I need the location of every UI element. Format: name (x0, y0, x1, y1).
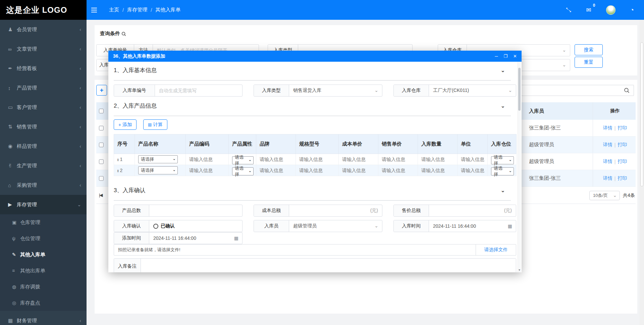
sidebar-item-bin[interactable]: ψ仓位管理 (0, 230, 87, 247)
sidebar-item-stocktake[interactable]: ◎库存盘点 (0, 295, 87, 311)
chevron-left-icon: ‹ (79, 124, 81, 129)
product-name-select[interactable]: 请选择⌄ (138, 166, 178, 174)
brand-input[interactable] (260, 168, 294, 173)
sidebar-item-inventory[interactable]: ▶库存管理⌄ (0, 195, 87, 214)
row-checkbox[interactable] (99, 159, 104, 164)
row-checkbox[interactable] (99, 176, 104, 181)
choose-file-button[interactable]: 请选择文件 (476, 245, 516, 255)
minimize-icon[interactable]: ─ (495, 54, 498, 58)
product-attr-select[interactable]: 请选择⌄ (232, 156, 254, 164)
dashboard-gauge-icon[interactable]: ◔ (630, 6, 634, 14)
quantity-input[interactable] (421, 157, 455, 162)
cost-total-input[interactable] (293, 208, 373, 213)
modal-scrollbar-thumb[interactable] (518, 68, 521, 111)
sidebar-item-dashboard[interactable]: ✒经营看板‹ (0, 59, 87, 78)
modal-header[interactable]: 36、其他入库单数据添加 ─ ❐ ✕ (108, 51, 522, 62)
remark-textarea[interactable] (141, 259, 516, 272)
inbound-time-group: 入库时间 2024-11-11 16:44:00 ▦ (393, 220, 516, 232)
upload-row: 拍照记录准备就绪，请选择文件! 请选择文件 (114, 244, 516, 256)
sidebar-item-purchasing[interactable]: ⌂采购管理‹ (0, 175, 87, 195)
product-code-input[interactable] (189, 157, 226, 162)
detail-link[interactable]: 详情 (603, 142, 612, 148)
unit-input[interactable] (461, 157, 485, 162)
inbound-time-input[interactable]: 2024-11-11 16:44:00 ▦ (429, 220, 516, 232)
sale-total-label: 售价总额 (394, 205, 429, 216)
sidebar-toggle-icon[interactable] (91, 10, 97, 10)
sidebar-item-products[interactable]: ↕产品管理‹ (0, 78, 87, 98)
chevron-down-icon: ⌄ (508, 88, 512, 93)
order-no-group: 入库单编号 (114, 85, 243, 97)
messages-button[interactable]: ✉ 0 (586, 6, 591, 14)
sidebar-item-other-inbound[interactable]: ✎其他入库单 (0, 247, 87, 263)
product-total-input[interactable] (153, 208, 233, 213)
detail-link[interactable]: 详情 (603, 175, 612, 181)
add-record-button[interactable]: + (96, 85, 107, 96)
inbound-warehouse-select[interactable]: 工厂大厅(CK011) ⌄ (429, 85, 516, 96)
unit-input[interactable] (461, 168, 485, 173)
print-link[interactable]: 打印 (618, 159, 627, 165)
select-all-checkbox[interactable] (99, 109, 104, 113)
sidebar-item-customers[interactable]: ▭客户管理‹ (0, 98, 87, 117)
reset-button[interactable]: 重置 (575, 57, 603, 68)
sidebar-item-transfer[interactable]: ◍库存调拨 (0, 279, 87, 295)
cost-price-input[interactable] (342, 168, 376, 173)
confirm-status-toggle[interactable]: 已确认 (149, 220, 242, 232)
collapse-chevron-icon[interactable]: ⌄ (501, 67, 505, 73)
detail-link[interactable]: 详情 (603, 125, 612, 131)
row-checkbox[interactable] (99, 126, 104, 130)
product-row: ▴▾2 请选择⌄ 请选择⌄ 请选择⌄ (114, 165, 517, 176)
product-total-label: 产品总数 (114, 205, 149, 216)
spec-input[interactable] (299, 168, 336, 173)
breadcrumb-section[interactable]: 库存管理 (127, 7, 147, 13)
sale-price-input[interactable] (382, 168, 416, 173)
sidebar-item-sales[interactable]: ⇅销售管理‹ (0, 117, 87, 137)
order-no-input[interactable] (159, 88, 233, 93)
collapse-chevron-icon[interactable]: ⌄ (501, 103, 505, 109)
product-code-input[interactable] (189, 168, 226, 173)
breadcrumb-home[interactable]: 主页 (109, 7, 119, 13)
inbound-type-select[interactable]: 销售退货入库 ⌄ (289, 85, 382, 96)
sidebar-item-members[interactable]: ♟会员管理‹ (0, 20, 87, 39)
drag-sort-icon[interactable]: ▴▾ (117, 158, 119, 162)
quantity-input[interactable] (421, 168, 455, 173)
sale-total-input[interactable] (433, 208, 506, 213)
brand-input[interactable] (260, 157, 294, 162)
sidebar-item-production[interactable]: ✌生产管理‹ (0, 156, 87, 175)
scroll-down-icon[interactable]: ▾ (518, 268, 521, 272)
print-link[interactable]: 打印 (618, 142, 627, 148)
user-avatar[interactable] (606, 5, 615, 15)
detail-link[interactable]: 详情 (603, 159, 612, 165)
topbar-actions: ↖ ↘ ✉ 0 ◔ (566, 5, 634, 15)
add-product-button[interactable]: +添加 (114, 119, 137, 130)
sidebar-item-finance[interactable]: ▦财务管理‹ (0, 311, 87, 325)
fingerprint-icon: ◎ (12, 300, 20, 306)
sale-price-input[interactable] (382, 157, 416, 162)
sidebar-item-warehouse[interactable]: ▣仓库管理 (0, 214, 87, 230)
added-time-input[interactable]: 2024-11-11 16:44:00 ▦ (149, 232, 242, 244)
drag-sort-icon[interactable]: ▴▾ (117, 169, 119, 173)
branch-icon: ψ (12, 236, 20, 241)
spec-input[interactable] (299, 157, 336, 162)
row-checkbox[interactable] (99, 143, 104, 147)
page-scrollbar-thumb[interactable] (640, 42, 643, 186)
maximize-icon[interactable]: ❐ (503, 54, 507, 58)
sidebar-item-articles[interactable]: ∞文章管理‹ (0, 39, 87, 59)
print-link[interactable]: 打印 (618, 175, 627, 181)
fullscreen-icon[interactable]: ↖ ↘ (566, 7, 571, 13)
first-page-icon[interactable]: |◀ (99, 193, 102, 198)
sidebar-item-samples[interactable]: ◉样品管理‹ (0, 137, 87, 156)
calculate-button[interactable]: ⊞计算 (143, 119, 167, 130)
inbound-staff-select[interactable]: 超级管理员 ⌄ (289, 220, 382, 232)
chevron-down-icon: ⌄ (613, 193, 617, 198)
sidebar-item-other-outbound[interactable]: ≡其他出库单 (0, 263, 87, 279)
collapse-chevron-icon[interactable]: ⌄ (501, 187, 505, 194)
product-name-select[interactable]: 请选择⌄ (138, 155, 178, 163)
product-attr-select[interactable]: 请选择⌄ (232, 167, 254, 175)
print-link[interactable]: 打印 (618, 125, 627, 131)
search-button[interactable]: 搜索 (575, 44, 603, 55)
bin-select[interactable]: 请选择⌄ (491, 167, 514, 175)
bin-select[interactable]: 请选择⌄ (491, 156, 514, 164)
cost-price-input[interactable] (342, 157, 376, 162)
close-icon[interactable]: ✕ (513, 54, 517, 58)
page-size-select[interactable]: 10条/页 ⌄ (589, 191, 620, 200)
